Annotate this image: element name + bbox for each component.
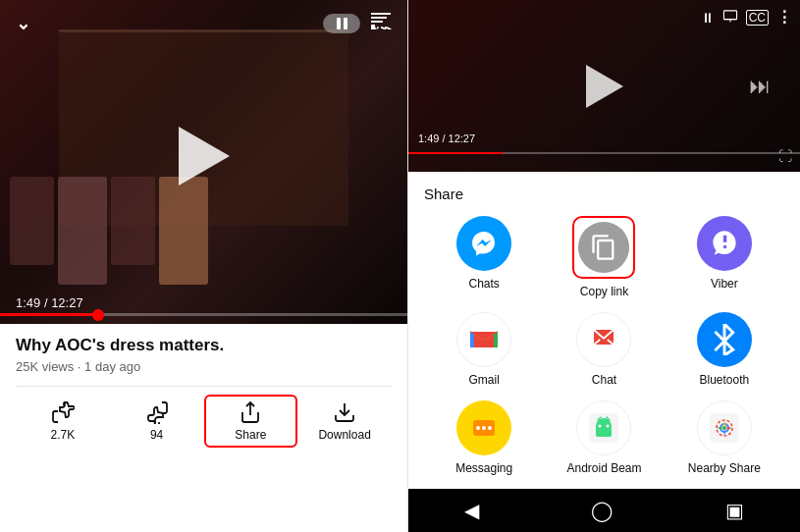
svg-point-19 <box>722 426 726 430</box>
androidbeam-label: Android Beam <box>566 461 641 475</box>
share-item-copylink[interactable]: Copy link <box>544 216 664 298</box>
gmail-icon <box>456 312 511 367</box>
fullscreen-icon[interactable]: ⛶ <box>778 148 792 164</box>
video-title: Why AOC's dress matters. <box>16 336 392 355</box>
video-player-right[interactable]: ⏸ CC ⋮ ⏭ 1:49 / 12:27 ⛶ <box>408 0 800 172</box>
skip-forward-icon[interactable]: ⏭ <box>749 74 771 99</box>
play-triangle-right <box>586 65 623 108</box>
video-figures <box>10 177 208 285</box>
thumb-up-icon <box>51 400 75 424</box>
progress-fill-left <box>0 313 98 316</box>
cast-icon[interactable] <box>370 12 392 34</box>
download-button[interactable]: Download <box>297 395 392 448</box>
share-button[interactable]: Share <box>204 395 298 448</box>
figure-3 <box>111 177 155 265</box>
figure-4 <box>159 177 208 285</box>
left-panel: ⌄ 1:49 / 12:27 <box>0 0 407 532</box>
thumb-down-icon <box>145 400 169 424</box>
play-button-left[interactable] <box>175 127 234 186</box>
share-item-messaging[interactable]: Messaging <box>424 400 544 475</box>
copy-link-icon <box>578 222 629 273</box>
share-grid: Chats Copy link <box>424 216 784 475</box>
svg-point-12 <box>599 425 602 428</box>
share-title: Share <box>424 186 784 202</box>
dislike-count: 94 <box>150 428 163 442</box>
cc-icon-right[interactable]: CC <box>746 10 769 26</box>
chevron-down-icon[interactable]: ⌄ <box>16 13 30 34</box>
svg-point-10 <box>488 426 492 430</box>
svg-rect-2 <box>723 10 736 19</box>
chat-icon <box>576 312 631 367</box>
download-label: Download <box>318 428 370 442</box>
cast-icon-right[interactable] <box>722 9 738 27</box>
bluetooth-label: Bluetooth <box>699 373 749 387</box>
nav-bar: ◀ ◯ ▣ <box>408 489 800 532</box>
video-info: Why AOC's dress matters. 25K views · 1 d… <box>0 324 407 532</box>
nav-back-icon[interactable]: ◀ <box>464 499 479 522</box>
figure-1 <box>10 177 54 265</box>
gmail-label: Gmail <box>468 373 499 387</box>
progress-bar-right[interactable] <box>408 152 800 154</box>
svg-point-9 <box>482 426 486 430</box>
pause-icon-right[interactable]: ⏸ <box>701 10 715 26</box>
chats-label: Chats <box>468 277 499 291</box>
viber-icon <box>697 216 752 271</box>
androidbeam-icon <box>576 400 631 455</box>
copy-link-label: Copy link <box>580 285 628 298</box>
pause-bar-2 <box>344 18 347 29</box>
pause-bar-1 <box>337 18 341 29</box>
share-section: Share Chats <box>408 172 800 489</box>
pause-button[interactable] <box>323 14 360 33</box>
nav-recents-icon[interactable]: ▣ <box>725 499 744 522</box>
share-item-nearbyshare[interactable]: Nearby Share <box>665 400 784 475</box>
messaging-label: Messaging <box>455 461 512 475</box>
play-button-right[interactable] <box>586 65 623 108</box>
nav-home-icon[interactable]: ◯ <box>591 499 613 522</box>
copy-link-highlight <box>572 216 635 279</box>
share-item-gmail[interactable]: Gmail <box>424 312 544 387</box>
video-meta: 25K views · 1 day ago <box>16 359 392 374</box>
figure-2 <box>58 177 107 285</box>
svg-point-13 <box>607 425 610 428</box>
share-item-androidbeam[interactable]: Android Beam <box>544 400 664 475</box>
share-label: Share <box>235 428 266 442</box>
chat-label: Chat <box>592 373 616 387</box>
share-item-chat[interactable]: Chat <box>544 312 664 387</box>
viber-label: Viber <box>711 277 738 291</box>
nearbyshare-icon <box>697 400 752 455</box>
progress-dot <box>92 309 104 321</box>
timestamp-left: 1:49 / 12:27 <box>16 295 83 310</box>
svg-point-8 <box>476 426 480 430</box>
share-item-viber[interactable]: Viber <box>665 216 784 298</box>
like-button[interactable]: 2.7K <box>16 395 110 448</box>
share-icon <box>239 400 262 424</box>
download-icon <box>333 400 356 424</box>
bluetooth-icon <box>697 312 752 367</box>
messaging-icon <box>456 400 511 455</box>
right-top-bar: ⏸ CC ⋮ <box>701 8 792 27</box>
like-count: 2.7K <box>51 428 76 442</box>
messenger-icon <box>456 216 511 271</box>
dislike-button[interactable]: 94 <box>110 395 204 448</box>
progress-fill-right <box>408 152 503 154</box>
share-item-chats[interactable]: Chats <box>424 216 544 298</box>
action-bar: 2.7K 94 Share <box>16 386 392 448</box>
more-icon-right[interactable]: ⋮ <box>776 8 792 27</box>
share-item-bluetooth[interactable]: Bluetooth <box>665 312 784 387</box>
progress-bar-left[interactable] <box>0 313 407 316</box>
right-panel: ⏸ CC ⋮ ⏭ 1:49 / 12:27 ⛶ Share <box>407 0 800 532</box>
video-player-left[interactable]: ⌄ 1:49 / 12:27 <box>0 0 407 324</box>
cast-svg-right <box>722 9 738 23</box>
video-top-controls: ⌄ <box>0 12 407 34</box>
play-triangle <box>179 127 230 186</box>
nearbyshare-label: Nearby Share <box>688 461 761 475</box>
top-right-controls <box>323 12 392 34</box>
timestamp-right: 1:49 / 12:27 <box>418 133 475 144</box>
